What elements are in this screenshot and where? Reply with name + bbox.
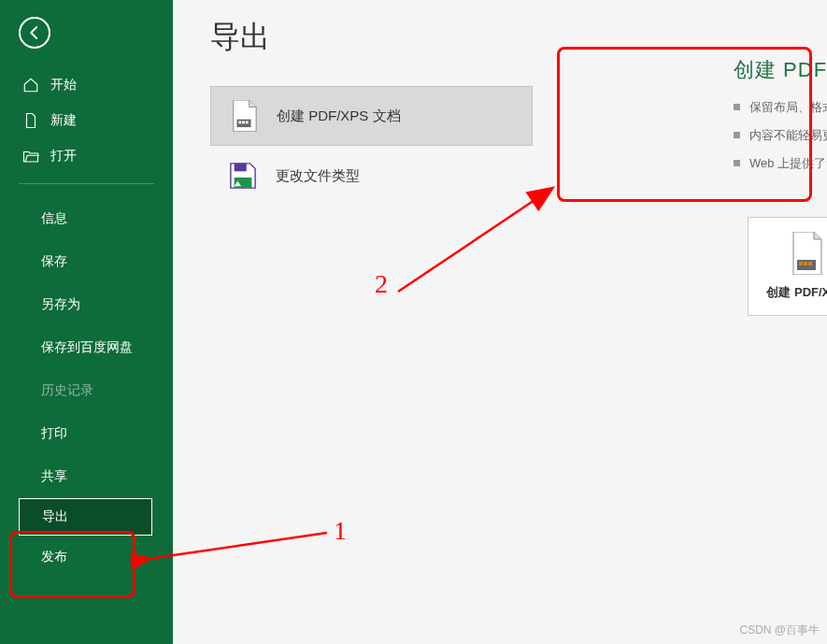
pdf-icon (230, 100, 258, 132)
sidebar-label: 打开 (50, 148, 77, 165)
action-label: 创建 PDF/XPS (766, 284, 827, 301)
svg-rect-3 (246, 122, 249, 124)
bullet-text: Web 上提供了免费查看器 (749, 155, 827, 172)
export-options: 创建 PDF/XPS 文档 更改文件类型 (210, 86, 533, 206)
svg-rect-1 (238, 122, 241, 124)
main-panel: 导出 创建 PDF/XPS 文档 (173, 0, 827, 644)
sidebar-item-print[interactable]: 打印 (0, 412, 173, 455)
sidebar-item-new[interactable]: 新建 (0, 103, 173, 138)
pdf-export-icon (788, 232, 825, 275)
sidebar-label: 导出 (42, 508, 68, 525)
detail-title: 创建 PDF/XPS 文档 (734, 56, 827, 84)
option-change-file-type[interactable]: 更改文件类型 (210, 146, 533, 206)
option-label: 创建 PDF/XPS 文档 (277, 107, 401, 125)
folder-open-icon (22, 148, 39, 165)
sidebar-label: 保存 (41, 253, 67, 270)
sidebar-item-history: 历史记录 (0, 369, 173, 412)
sidebar-item-publish[interactable]: 发布 (0, 536, 173, 579)
sidebar-item-share[interactable]: 共享 (0, 455, 173, 498)
create-pdf-xps-button[interactable]: 创建 PDF/XPS (748, 217, 827, 316)
option-create-pdf-xps[interactable]: 创建 PDF/XPS 文档 (210, 86, 533, 146)
home-icon (22, 77, 39, 93)
sidebar-label: 另存为 (41, 296, 80, 313)
list-item: 保留布局、格式、字体和图像 (734, 99, 827, 116)
backstage-sidebar: 开始 新建 打开 信息 保存 另存为 保存到百度网盘 历史记录 打印 共享 导出… (0, 0, 173, 644)
sidebar-item-save[interactable]: 保存 (0, 240, 173, 283)
sidebar-label: 信息 (41, 210, 67, 227)
sidebar-item-export[interactable]: 导出 (19, 498, 152, 536)
sidebar-label: 开始 (50, 77, 77, 93)
detail-bullets: 保留布局、格式、字体和图像 内容不能轻易更改 Web 上提供了免费查看器 (734, 99, 827, 173)
page-title: 导出 (210, 17, 827, 58)
save-as-icon (229, 160, 257, 192)
sidebar-item-save-baidu[interactable]: 保存到百度网盘 (0, 326, 173, 369)
bullet-text: 内容不能轻易更改 (749, 127, 827, 144)
svg-rect-2 (242, 122, 245, 124)
sidebar-divider (19, 183, 154, 184)
sidebar-label: 保存到百度网盘 (41, 339, 133, 356)
list-item: 内容不能轻易更改 (734, 127, 827, 144)
sidebar-label: 打印 (41, 425, 67, 442)
bullet-icon (734, 104, 740, 110)
arrow-left-icon (26, 24, 43, 41)
sidebar-item-open[interactable]: 打开 (0, 138, 173, 174)
detail-panel: 创建 PDF/XPS 文档 保留布局、格式、字体和图像 内容不能轻易更改 Web… (734, 56, 827, 184)
back-button[interactable] (19, 17, 50, 49)
sidebar-label: 发布 (41, 549, 67, 565)
option-label: 更改文件类型 (276, 167, 360, 185)
bullet-icon (734, 132, 740, 138)
bullet-icon (734, 160, 740, 166)
sidebar-item-save-as[interactable]: 另存为 (0, 283, 173, 326)
svg-rect-4 (235, 164, 247, 171)
svg-rect-8 (804, 262, 807, 265)
list-item: Web 上提供了免费查看器 (734, 155, 827, 172)
svg-rect-7 (799, 262, 803, 265)
sidebar-label: 新建 (50, 112, 77, 129)
sidebar-label: 历史记录 (41, 382, 93, 399)
sidebar-item-info[interactable]: 信息 (0, 197, 173, 240)
new-file-icon (22, 112, 39, 129)
bullet-text: 保留布局、格式、字体和图像 (749, 99, 827, 116)
svg-rect-9 (808, 262, 812, 265)
sidebar-item-start[interactable]: 开始 (0, 67, 173, 103)
sidebar-label: 共享 (41, 468, 67, 485)
